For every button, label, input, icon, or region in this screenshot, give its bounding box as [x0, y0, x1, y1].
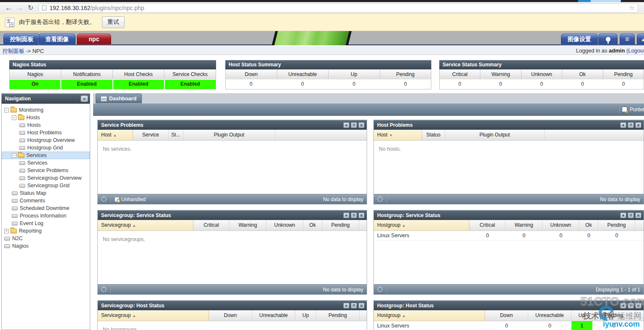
address-bar[interactable]: 192.168.30.162/plugins/npc/npc.php ☆ [39, 3, 638, 13]
column-header[interactable]: Ok [579, 220, 598, 230]
column-header[interactable]: Status [422, 130, 445, 140]
settings-gear-icon[interactable]: ⚙ [628, 212, 634, 218]
collapse-panel-icon[interactable]: ▲ [620, 122, 626, 128]
tab-graphs[interactable]: 查看图像 [39, 34, 76, 45]
column-header[interactable]: Pending [598, 220, 635, 230]
refresh-spinner-icon[interactable] [101, 287, 107, 292]
settings-gear-icon[interactable]: ⚙ [628, 303, 634, 309]
sidebar-item-hosts[interactable]: Hosts [2, 121, 90, 129]
column-header[interactable]: Unknown [542, 220, 579, 230]
portlets-group[interactable]: Portlets [619, 106, 644, 113]
sidebar-item-host-problems[interactable]: Host Problems [2, 129, 90, 136]
footer-left-label[interactable]: Unhandled [121, 196, 146, 202]
sidebar-item-n2c[interactable]: N2C [2, 235, 90, 242]
refresh-spinner-icon[interactable] [377, 287, 383, 292]
retry-button[interactable]: 重试 [102, 16, 125, 28]
sidebar-item-services[interactable]: Services [2, 159, 90, 167]
sidebar-item-event-log[interactable]: Event Log [2, 220, 90, 227]
tab-graph-settings[interactable]: 图像设置 [561, 34, 598, 45]
breadcrumb-home-link[interactable]: 控制面板 [3, 48, 24, 54]
column-header[interactable]: Critical [469, 220, 506, 230]
column-header[interactable]: Up [295, 310, 316, 321]
tab-tree-view[interactable] [598, 34, 618, 45]
sidebar-item-scheduled-downtime[interactable]: Scheduled Downtime [2, 204, 90, 212]
column-header[interactable]: Down [485, 310, 528, 321]
sidebar-item-reporting[interactable]: +Reporting [2, 227, 90, 235]
sidebar-item-status-map[interactable]: Status Map [2, 189, 90, 197]
tab-console[interactable]: 控制面板 [3, 34, 40, 45]
url-text[interactable]: 192.168.30.162/plugins/npc/npc.php [50, 5, 144, 11]
reload-icon[interactable]: ↻ [25, 4, 36, 12]
settings-gear-icon[interactable]: ⚙ [351, 122, 357, 128]
collapse-sidebar-button[interactable]: « [81, 95, 88, 102]
tab-preview[interactable]: ▲ [637, 34, 644, 45]
refresh-spinner-icon[interactable] [101, 196, 107, 202]
collapse-panel-icon[interactable]: ▲ [343, 303, 349, 309]
column-header[interactable]: Hostgroup▲ [374, 310, 485, 321]
column-header[interactable]: Unknown [266, 220, 303, 230]
tab-npc[interactable]: npc [77, 34, 111, 45]
document-icon [12, 207, 18, 210]
collapse-panel-icon[interactable]: ▲ [343, 212, 349, 218]
column-header[interactable]: St... [169, 130, 183, 140]
sidebar-item-hostgroup-overview[interactable]: Hostgroup Overview [2, 136, 90, 144]
forward-icon[interactable]: → [14, 4, 25, 12]
column-header[interactable]: Pending [592, 310, 636, 321]
column-header[interactable]: Host▲ [98, 130, 133, 140]
sidebar-item-process-information[interactable]: Process Information [2, 212, 90, 220]
column-header[interactable]: Pending [316, 310, 360, 321]
column-header[interactable]: Servicegroup▲ [98, 310, 209, 321]
footer-separator [110, 286, 110, 293]
refresh-spinner-icon[interactable] [377, 196, 383, 202]
column-header[interactable]: Warning [229, 220, 266, 230]
sidebar-item-services[interactable]: −Services [2, 152, 90, 159]
column-header[interactable]: Hostgroup▲ [374, 220, 469, 230]
collapse-node-icon[interactable]: − [4, 108, 9, 113]
collapse-node-icon[interactable]: − [12, 115, 16, 120]
back-icon[interactable]: ← [3, 4, 14, 12]
collapse-node-icon[interactable]: − [12, 153, 16, 158]
collapse-panel-icon[interactable]: ▲ [620, 303, 626, 309]
sidebar-item-nagios[interactable]: Nagios [2, 242, 90, 250]
sidebar-item-hosts[interactable]: −Hosts [2, 114, 90, 121]
column-header[interactable]: Ok [303, 220, 322, 230]
column-header[interactable]: Plugin Output [183, 130, 275, 140]
table-row[interactable]: Linux Servers00000 [374, 231, 644, 241]
close-icon[interactable]: × [635, 122, 641, 128]
tab-dashboard[interactable]: Dashboard [96, 94, 142, 103]
tree-view-icon [606, 37, 610, 42]
bookmark-star-icon[interactable]: ☆ [629, 4, 635, 12]
close-icon[interactable]: × [635, 212, 641, 218]
column-header[interactable]: Servicegroup▲ [98, 220, 193, 230]
collapse-panel-icon[interactable]: ▲ [620, 212, 626, 218]
logout-link[interactable]: (Logout) [626, 47, 644, 54]
column-header[interactable]: Plugin Output [445, 130, 545, 140]
column-header[interactable]: Down [209, 310, 252, 321]
column-header[interactable]: Pending [322, 220, 359, 230]
close-icon[interactable]: × [358, 303, 365, 309]
settings-gear-icon[interactable]: ⚙ [628, 122, 634, 128]
column-header[interactable]: Service [133, 130, 169, 140]
sidebar-item-monitoring[interactable]: −Monitoring [2, 106, 90, 114]
column-header[interactable]: Host▼ [374, 130, 422, 140]
navigation-tree: −Monitoring−HostsHostsHost ProblemsHostg… [2, 104, 90, 250]
sidebar-item-hostgroup-grid[interactable]: Hostgroup Grid [2, 144, 90, 152]
table-row[interactable]: Linux Servers0010 [374, 321, 644, 330]
close-icon[interactable]: × [358, 122, 365, 128]
column-header[interactable]: Up [571, 310, 592, 321]
sidebar-item-service-problems[interactable]: Service Problems [2, 167, 90, 174]
column-header[interactable]: Unreachable [528, 310, 571, 321]
close-icon[interactable]: × [358, 212, 365, 218]
sidebar-item-servicegroup-overview[interactable]: Servicegroup Overview [2, 174, 90, 182]
column-header[interactable]: Unreachable [252, 310, 295, 321]
sidebar-item-comments[interactable]: Comments [2, 197, 90, 204]
column-header[interactable]: Critical [193, 220, 229, 230]
expand-node-icon[interactable]: + [4, 229, 9, 233]
sidebar-item-servicegroup-grid[interactable]: Servicegroup Grid [2, 182, 90, 189]
tab-list-view[interactable]: ≡ [620, 34, 635, 45]
column-header[interactable]: Warning [506, 220, 542, 230]
settings-gear-icon[interactable]: ⚙ [351, 212, 357, 218]
collapse-panel-icon[interactable]: ▲ [343, 122, 349, 128]
settings-gear-icon[interactable]: ⚙ [351, 303, 357, 309]
close-icon[interactable]: × [635, 303, 641, 309]
